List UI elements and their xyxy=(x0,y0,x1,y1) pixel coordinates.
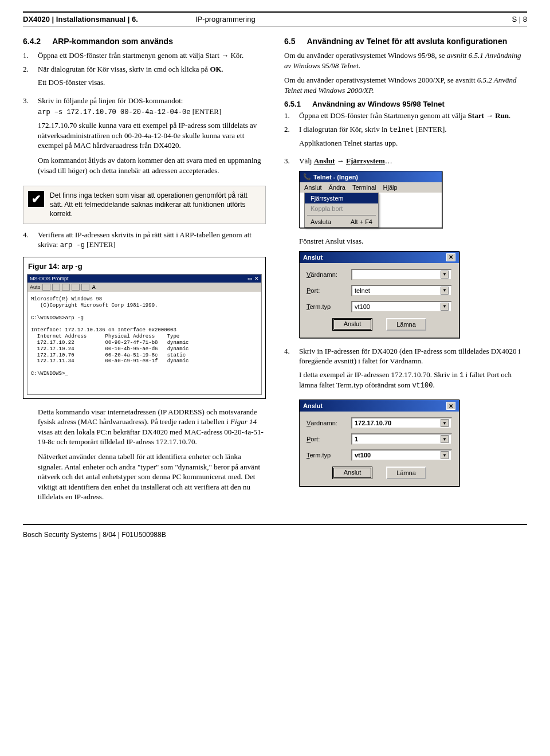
input-vardnamn[interactable]: ▼ xyxy=(351,269,452,280)
toolbar-icon xyxy=(62,284,70,291)
anslut-button[interactable]: Anslut xyxy=(332,318,372,331)
font-a-icon: A xyxy=(92,284,96,290)
menu-item-koppla-bort: Koppla bort xyxy=(305,203,378,214)
toolbar-icon xyxy=(42,284,50,291)
input-termtyp[interactable]: vt100 ▼ xyxy=(351,449,452,461)
left-column: 6.4.2 ARP-kommandon som används 1. Öppna… xyxy=(23,37,266,507)
heading-number: 6.5.1 xyxy=(284,100,301,108)
input-port[interactable]: 1 ▼ xyxy=(351,433,452,445)
heading-text: Användning av Windows 95/98 Telnet xyxy=(312,100,445,108)
dialog-titlebar: Anslut ✕ xyxy=(300,400,459,412)
chevron-down-icon[interactable]: ▼ xyxy=(441,271,449,279)
step-body: När dialogrutan för Kör visas, skriv in … xyxy=(38,64,266,92)
close-icon[interactable]: ✕ xyxy=(446,402,455,410)
chevron-down-icon[interactable]: ▼ xyxy=(441,287,449,295)
chevron-down-icon[interactable]: ▼ xyxy=(441,419,449,427)
paragraph: Om du använder operativsystemet Windows … xyxy=(284,50,527,70)
heading-6-4-2: 6.4.2 ARP-kommandon som används xyxy=(23,37,266,46)
paragraph: Detta kommando visar internetadressen (I… xyxy=(38,407,266,447)
paragraph: Fönstret Anslut visas. xyxy=(299,236,527,246)
chevron-down-icon[interactable]: ▼ xyxy=(441,435,449,443)
step-number: 1. xyxy=(23,50,32,61)
heading-text: Användning av Telnet för att avsluta kon… xyxy=(307,37,507,46)
heading-text: ARP-kommandon som används xyxy=(52,37,173,46)
header-left: DX4020 | Installationsmanual | 6. xyxy=(23,15,138,23)
right-column: 6.5 Användning av Telnet för att avsluta… xyxy=(284,37,527,507)
menu-separator xyxy=(307,215,376,216)
figure-14: Figur 14: arp -g MS-DOS Prompt ▭ ✕ Auto … xyxy=(23,257,266,398)
window-controls-icon: ▭ ✕ xyxy=(247,276,259,281)
dos-window: MS-DOS Prompt ▭ ✕ Auto A Microsoft(R) Wi… xyxy=(27,274,262,394)
close-icon[interactable]: ✕ xyxy=(446,253,455,261)
step-body: Skriv in följande på linjen för DOS-komm… xyxy=(38,96,266,180)
label-port: Port: xyxy=(307,287,351,294)
menu-andra[interactable]: Ändra xyxy=(329,184,345,191)
header-right: S | 8 xyxy=(512,15,527,23)
label-vardnamn: Värdnamn: xyxy=(307,420,351,426)
step-body: Verifiera att IP-adressen skrivits in på… xyxy=(38,230,266,250)
paragraph: Nätverket använder denna tabell för att … xyxy=(38,452,266,502)
heading-6-5: 6.5 Användning av Telnet för att avsluta… xyxy=(284,37,527,46)
telnet-menubar: Anslut Ändra Terminal Hjälp xyxy=(300,182,442,193)
step-number: 2. xyxy=(284,124,293,153)
anslut-button[interactable]: Anslut xyxy=(332,467,372,479)
paragraph: Om kommandot åtlyds av datorn kommer den… xyxy=(38,155,266,175)
step-number: 2. xyxy=(23,64,32,92)
step-body: I dialogrutan för Kör, skriv in telnet [… xyxy=(299,124,527,153)
anslut-dialog-1: Anslut ✕ Värdnamn: ▼ Port: telnet xyxy=(299,251,459,338)
dos-title: MS-DOS Prompt xyxy=(30,276,69,281)
telnet-app-icon: 📞 xyxy=(303,173,311,181)
dos-titlebar: MS-DOS Prompt ▭ ✕ xyxy=(28,275,261,283)
toolbar-icon xyxy=(52,284,60,291)
lamna-button[interactable]: Lämna xyxy=(386,318,426,331)
telnet-titlebar: 📞 Telnet - (Ingen) xyxy=(300,171,442,182)
toolbar-icon xyxy=(81,284,89,291)
telnet-title: Telnet - (Ingen) xyxy=(313,174,358,181)
toolbar-icon xyxy=(72,284,80,291)
paragraph: 172.17.10.70 skulle kunna vara ett exemp… xyxy=(38,120,266,151)
menu-hjalp[interactable]: Hjälp xyxy=(383,184,398,191)
step-body: Öppna ett DOS-fönster från Startmenyn ge… xyxy=(299,111,527,121)
dialog-title: Anslut xyxy=(303,402,323,409)
chevron-down-icon[interactable]: ▼ xyxy=(441,303,449,311)
check-icon: ✔ xyxy=(28,191,44,207)
step-subtext: Applikationen Telnet startas upp. xyxy=(299,138,527,148)
label-port: Port: xyxy=(307,436,351,442)
step-subtext: Ett DOS-fönster visas. xyxy=(38,77,266,88)
menu-anslut[interactable]: Anslut xyxy=(304,184,322,191)
step-body: Öppna ett DOS-fönster från startmenyn ge… xyxy=(38,50,266,61)
step-number: 3. xyxy=(23,96,32,180)
dialog-title: Anslut xyxy=(303,254,323,261)
label-vardnamn: Värdnamn: xyxy=(307,271,351,278)
paragraph: Om du använder operativsystemet Windows … xyxy=(284,75,527,95)
anslut-dialog-2: Anslut ✕ Värdnamn: 172.17.10.70 ▼ Port: xyxy=(299,399,459,487)
chevron-down-icon[interactable]: ▼ xyxy=(441,451,449,459)
step-body: Välj Anslut → Fjärrsystem… xyxy=(299,156,527,166)
menu-terminal[interactable]: Terminal xyxy=(352,184,376,191)
telnet-window: 📞 Telnet - (Ingen) Anslut Ändra Terminal… xyxy=(299,171,442,228)
step-subtext: I detta exempel är IP-adressen 172.17.10… xyxy=(299,370,527,390)
step-number: 4. xyxy=(284,346,293,395)
label-termtyp: Term.typ xyxy=(307,303,351,310)
step-number: 4. xyxy=(23,230,32,250)
lamna-button[interactable]: Lämna xyxy=(386,467,426,479)
page-footer: Bosch Security Systems | 8/04 | F01U5009… xyxy=(23,524,527,539)
dos-output: Microsoft(R) Windows 98 (C)Copyright Mic… xyxy=(28,292,261,394)
dialog-titlebar: Anslut ✕ xyxy=(300,252,459,263)
input-port[interactable]: telnet ▼ xyxy=(351,285,452,296)
menu-item-fjarrsystem[interactable]: Fjärrsystem xyxy=(305,193,378,203)
note-box: ✔ Det finns inga tecken som visar att op… xyxy=(23,186,266,224)
command-text: arp –s 172.17.10.70 00-20-4a-12-04-0e xyxy=(38,108,190,116)
page-header: DX4020 | Installationsmanual | 6. IP-pro… xyxy=(23,11,527,26)
note-text: Det finns inga tecken som visar att oper… xyxy=(50,191,260,219)
dos-auto-label: Auto xyxy=(30,284,41,290)
step-body: Skriv in IP-adressen för DX4020 (den IP-… xyxy=(299,346,527,395)
input-vardnamn[interactable]: 172.17.10.70 ▼ xyxy=(351,417,452,429)
anslut-dropdown: Fjärrsystem Koppla bort Avsluta Alt + F4 xyxy=(304,193,379,228)
input-termtyp[interactable]: vt100 ▼ xyxy=(351,301,452,312)
menu-item-avsluta[interactable]: Avsluta Alt + F4 xyxy=(305,217,378,227)
figure-label: Figur 14: arp -g xyxy=(27,261,262,274)
heading-6-5-1: 6.5.1 Användning av Windows 95/98 Telnet xyxy=(284,100,527,108)
dos-toolbar: Auto A xyxy=(28,283,261,292)
label-termtyp: Term.typ xyxy=(307,452,351,459)
